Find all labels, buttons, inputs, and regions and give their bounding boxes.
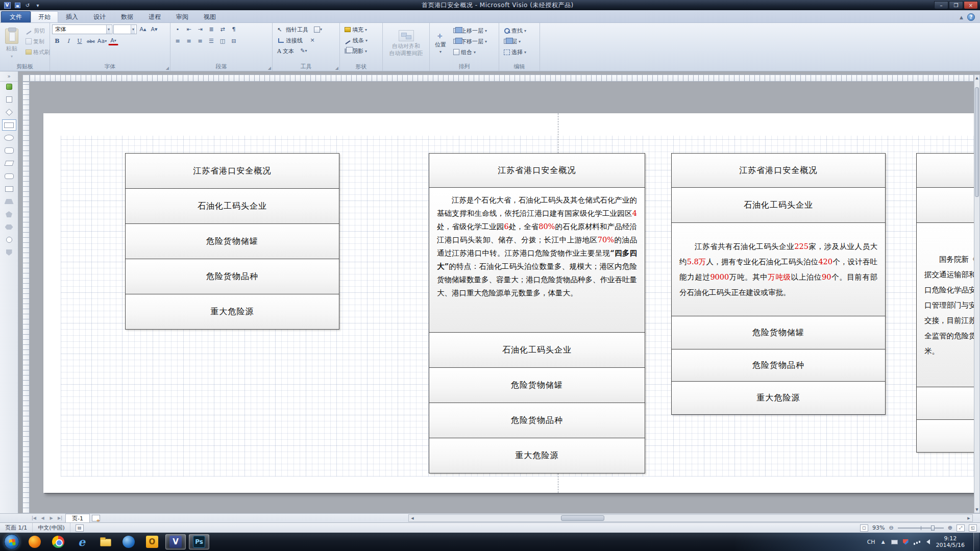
select-button[interactable]: 选择▾ (501, 47, 537, 57)
indent-increase-icon[interactable]: ⇥ (195, 24, 205, 34)
tab-插入[interactable]: 插入 (58, 11, 86, 22)
status-language[interactable]: 中文(中国) (33, 523, 70, 533)
format-painter-button[interactable]: 格式刷 (23, 47, 53, 57)
vertical-scroll-thumb[interactable] (975, 87, 979, 197)
scroll-right-icon[interactable]: ▶ (965, 515, 972, 521)
stencil-shape-callout[interactable] (2, 145, 16, 156)
cut-button[interactable]: 剪切 (23, 26, 53, 36)
diagram-shape-lines[interactable]: 国务院新《据交通运输部和口危险化学品安口管理部门与安交接，目前江苏全监管的危险货… (916, 222, 974, 387)
tab-file[interactable]: 文件 (1, 11, 31, 22)
stencil-shape-shield[interactable] (2, 247, 16, 258)
page-tab[interactable]: 页-1 (65, 514, 90, 522)
text-direction-icon[interactable]: ⇄ (217, 24, 228, 34)
diagram-shape-title[interactable]: 重大危险源 (125, 294, 339, 330)
underline-button[interactable]: U (75, 36, 85, 46)
insert-page-button[interactable] (92, 515, 100, 521)
send-backward-button[interactable]: 下移一层▾ (451, 36, 489, 46)
diagram-shape-empty[interactable] (916, 153, 974, 188)
clock[interactable]: 9:12 2014/5/16 (936, 535, 969, 548)
tab-视图[interactable]: 视图 (196, 11, 224, 22)
font-name-combo[interactable]: 宋体▾ (52, 24, 112, 34)
fullscreen-icon[interactable]: ◱ (969, 524, 977, 532)
layers-button[interactable]: 层▾ (501, 36, 537, 46)
indent-decrease-icon[interactable]: ⇤ (184, 24, 194, 34)
font-color-button[interactable]: A▾ (108, 37, 118, 45)
bullets-icon[interactable]: • (173, 24, 183, 34)
help-icon[interactable]: ? (967, 13, 975, 21)
status-page-info[interactable]: 页面 1/1 (0, 523, 33, 533)
start-button[interactable] (4, 534, 19, 549)
auto-align-button[interactable]: 自动对齐和 自动调整间距 (386, 24, 426, 63)
diagram-shape-para[interactable]: 江苏是个石化大省，石油化工码头及其仓储式石化产业的基础支撑和生命线，依托沿江港口… (429, 187, 645, 333)
change-case-button[interactable]: Aa▾ (97, 36, 107, 46)
scroll-left-icon[interactable]: ◀ (409, 515, 416, 521)
taskbar-app-browser[interactable] (118, 534, 139, 549)
diagram-shape-empty[interactable] (916, 187, 974, 223)
stencil-shape-circle[interactable] (2, 234, 16, 245)
position-button[interactable]: 位置 ▾ (432, 24, 449, 63)
maximize-button[interactable]: ❐ (949, 1, 963, 9)
tab-设计[interactable]: 设计 (86, 11, 113, 22)
shrink-font-button[interactable]: A▼ (149, 24, 159, 34)
status-macro-icon[interactable]: ▤ (70, 523, 89, 533)
zoom-slider-thumb[interactable] (931, 525, 935, 531)
security-icon[interactable] (902, 539, 909, 545)
line-button[interactable]: 线条▾ (342, 35, 380, 45)
align-left-icon[interactable]: ≡ (173, 36, 183, 46)
font-size-combo[interactable]: ▾ (113, 24, 137, 34)
line-spacing-icon[interactable]: ≣ (206, 24, 216, 34)
diagram-shape-empty[interactable] (916, 419, 974, 453)
show-desktop-button[interactable] (973, 533, 979, 551)
stencil-shape-rounded-rectangle[interactable] (2, 170, 16, 182)
scroll-down-icon[interactable]: ▼ (974, 507, 979, 513)
fit-page-icon[interactable]: ⤢ (957, 524, 965, 532)
qat-customize-dropdown[interactable]: ▾ (34, 2, 42, 9)
diagram-shape-title[interactable]: 江苏省港口安全概况 (671, 153, 886, 188)
diagram-shape-title[interactable]: 危险货物储罐 (429, 367, 645, 403)
find-button[interactable]: 查找▾ (501, 26, 537, 36)
volume-icon[interactable] (925, 539, 932, 545)
strikethrough-button[interactable]: abc (86, 36, 96, 46)
tab-数据[interactable]: 数据 (113, 11, 141, 22)
diagram-shape-title[interactable]: 石油化工码头企业 (125, 188, 339, 224)
connector-tool-button[interactable]: 连接线 (275, 35, 305, 45)
bold-button[interactable]: B (52, 36, 62, 46)
drawing-canvas[interactable]: 江苏省港口安全概况石油化工码头企业危险货物储罐危险货物品种重大危险源江苏省港口安… (30, 82, 974, 513)
bring-forward-button[interactable]: 上移一层▾ (451, 26, 489, 36)
save-button[interactable] (13, 2, 21, 9)
copy-button[interactable]: 复制 (23, 36, 53, 46)
stencil-shape-diamond[interactable] (2, 107, 16, 118)
align-right-icon[interactable]: ≡ (195, 36, 205, 46)
taskbar-app-explorer[interactable] (95, 534, 115, 549)
diagram-shape-title[interactable]: 重大危险源 (671, 381, 886, 415)
group-button[interactable]: 组合▾ (451, 47, 489, 57)
diagram-shape-title[interactable]: 危险货物储罐 (125, 223, 339, 259)
stencil-shape-card[interactable] (2, 183, 16, 194)
rectangle-tool-button[interactable]: ▾ (313, 24, 323, 34)
diagram-shape-title[interactable]: 危险货物品种 (671, 349, 886, 382)
hidden-icons-arrow[interactable]: ▲ (880, 539, 887, 545)
horizontal-ruler[interactable] (30, 74, 974, 82)
paste-button[interactable]: 粘贴 ▾ (2, 24, 21, 63)
stencil-shape-parallelogram[interactable] (2, 158, 16, 169)
distribute-horizontal-icon[interactable]: ◫ (217, 36, 228, 46)
grow-font-button[interactable]: A▲ (138, 24, 148, 34)
horizontal-scrollbar[interactable]: ◀ ▶ (408, 514, 973, 522)
pointer-tool-button[interactable]: ↖指针工具 (275, 24, 311, 35)
last-page-button[interactable]: ▶| (56, 514, 64, 522)
shapes-panel-expand-icon[interactable]: » (0, 71, 18, 82)
close-button[interactable]: × (964, 1, 978, 9)
taskbar-app-visio[interactable]: V (165, 534, 186, 549)
minimize-button[interactable]: – (934, 1, 948, 9)
diagram-shape-title[interactable]: 危险货物储罐 (671, 316, 886, 349)
tab-审阅[interactable]: 审阅 (168, 11, 196, 22)
diagram-shape-title[interactable]: 重大危险源 (429, 438, 645, 473)
stencil-shape-pentagon[interactable] (2, 209, 16, 220)
diagram-shape-title[interactable]: 江苏省港口安全概况 (125, 153, 339, 189)
diagram-shape-para[interactable]: 江苏省共有石油化工码头企业225家，涉及从业人员大约5.8万人，拥有专业化石油化… (671, 222, 886, 316)
text-tool-button[interactable]: A文本 (275, 46, 297, 56)
diagram-shape-title[interactable]: 石油化工码头企业 (671, 187, 886, 223)
zoom-level[interactable]: 93% (872, 524, 885, 531)
taskbar-app-ie[interactable]: e (71, 534, 92, 549)
stencil-shape-square[interactable] (2, 94, 16, 105)
